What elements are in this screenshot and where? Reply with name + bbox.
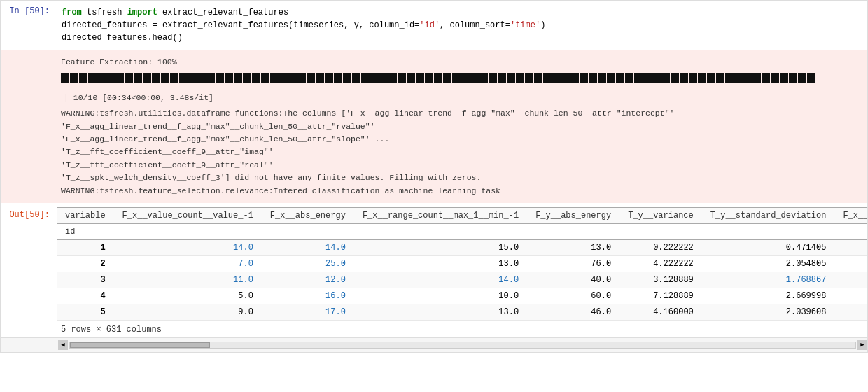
module-name: tsfresh [87, 8, 127, 18]
row-2-col3: 13.0 [354, 255, 527, 272]
row-5-col6: 2.039608 [702, 304, 835, 320]
var-assignment: directed_features = extract_relevant_fea… [62, 20, 419, 30]
row-1-col4: 13.0 [527, 239, 620, 255]
warning-line-4: 'T_z__fft_coefficient__coeff_9__attr_"im… [61, 146, 860, 158]
row-3-col1: 11.0 [114, 272, 262, 288]
row-1-id: 1 [57, 239, 114, 255]
row-4-id: 4 [57, 288, 114, 304]
row-2-col1: 7.0 [114, 255, 262, 272]
row-2-col5: 4.222222 [620, 255, 702, 272]
row-5-col3: 13.0 [354, 304, 527, 320]
string-time: 'time' [510, 20, 540, 30]
cell-output-label: Out[50]: [1, 203, 57, 225]
progress-bar [61, 73, 816, 87]
notebook-cell: In [50]: from tsfresh import extract_rel… [0, 0, 868, 353]
row-4-col3: 10.0 [354, 288, 527, 304]
warning-line-7: WARNING:tsfresh.feature_selection.releva… [61, 185, 860, 197]
col-fx-value-count: F_x__value_count__value_-1 [114, 207, 262, 223]
row-1-col7 [834, 239, 867, 255]
table-row: 1 14.0 14.0 15.0 13.0 0.222222 0.471405 [57, 239, 867, 255]
keyword-from: from [62, 8, 82, 18]
data-table: variable F_x__value_count__value_-1 F_x_… [57, 207, 867, 321]
code-line-3: directed_features.head() [62, 31, 863, 44]
row-3-col4: 40.0 [527, 272, 620, 288]
row-2-col4: 76.0 [527, 255, 620, 272]
cell-input-label: In [50]: [1, 1, 57, 50]
string-id: 'id' [419, 20, 440, 30]
row-5-col1: 9.0 [114, 304, 262, 320]
table-header-row: variable F_x__value_count__value_-1 F_x_… [57, 207, 867, 223]
row-4-col6: 2.669998 [702, 288, 835, 304]
cell-output: Out[50]: variable F_x__value_count__valu… [1, 203, 867, 337]
scroll-track[interactable] [69, 342, 856, 349]
warning-line-1: WARNING:tsfresh.utilities.dataframe_func… [61, 107, 860, 120]
col-ty-std-dev: T_y__standard_deviation [702, 207, 835, 223]
warning-line-3: 'F_x__agg_linear_trend__f_agg_"max"__chu… [61, 133, 860, 146]
code-line-2: directed_features = extract_relevant_fea… [62, 19, 863, 31]
row-1-col6: 0.471405 [702, 239, 835, 255]
progress-container: Feature Extraction: 100% | 10/10 [00:34<… [61, 56, 860, 104]
row-3-col3: 14.0 [354, 272, 527, 288]
table-row: 3 11.0 12.0 14.0 40.0 3.128889 1.768867 [57, 272, 867, 288]
progress-info: | 10/10 [00:34<00:00, 3.48s/it] [64, 92, 214, 104]
row-5-col2: 17.0 [262, 304, 354, 320]
scroll-thumb[interactable] [70, 342, 210, 348]
col-variable: variable [57, 207, 114, 223]
row-2-col2: 25.0 [262, 255, 354, 272]
function-name: extract_relevant_features [162, 8, 288, 18]
row-3-col7 [834, 272, 867, 288]
row-4-col5: 7.128889 [620, 288, 702, 304]
row-2-col7 [834, 255, 867, 272]
row-5-col4: 46.0 [527, 304, 620, 320]
col-fx-range-count: F_x__range_count__max_1__min_-1 [354, 207, 527, 223]
row-1-col3: 15.0 [354, 239, 527, 255]
cell-code[interactable]: from tsfresh import extract_relevant_fea… [57, 1, 867, 50]
table-row: 5 9.0 17.0 13.0 46.0 4.160000 2.039608 [57, 304, 867, 320]
rows-info: 5 rows × 631 columns [57, 321, 867, 337]
table-row: 2 7.0 25.0 13.0 76.0 4.222222 2.054805 [57, 255, 867, 272]
row-3-col6: 1.768867 [702, 272, 835, 288]
row-4-col7 [834, 288, 867, 304]
code-line-1: from tsfresh import extract_relevant_fea… [62, 6, 863, 19]
data-table-wrapper[interactable]: variable F_x__value_count__value_-1 F_x_… [57, 207, 867, 321]
warning-output: Feature Extraction: 100% | 10/10 [00:34<… [1, 50, 867, 203]
row-2-id: 2 [57, 255, 114, 272]
scroll-left-arrow[interactable]: ◀ [58, 340, 68, 350]
table-row: 4 5.0 16.0 10.0 60.0 7.128889 2.669998 [57, 288, 867, 304]
row-5-id: 5 [57, 304, 114, 320]
col-fx-fft: F_x__fft_ [834, 207, 867, 223]
keyword-import: import [127, 8, 158, 18]
row-5-col7 [834, 304, 867, 320]
row-4-col1: 5.0 [114, 288, 262, 304]
row-4-col2: 16.0 [262, 288, 354, 304]
row-1-col1: 14.0 [114, 239, 262, 255]
col-fy-abs-energy: F_y__abs_energy [527, 207, 620, 223]
horizontal-scrollbar[interactable]: ◀ ▶ [1, 337, 867, 352]
row-3-col2: 12.0 [262, 272, 354, 288]
row-3-id: 3 [57, 272, 114, 288]
col-ty-variance: T_y__variance [620, 207, 702, 223]
row-1-col5: 0.222222 [620, 239, 702, 255]
row-4-col4: 60.0 [527, 288, 620, 304]
warning-line-6: 'T_z__spkt_welch_density__coeff_3'] did … [61, 172, 860, 184]
warning-line-2: 'F_x__agg_linear_trend__f_agg_"max"__chu… [61, 120, 860, 133]
progress-label: Feature Extraction: 100% [61, 56, 177, 69]
scroll-right-arrow[interactable]: ▶ [858, 340, 867, 350]
row-3-col5: 3.128889 [620, 272, 702, 288]
col-fx-abs-energy: F_x__abs_energy [262, 207, 354, 223]
cell-input: In [50]: from tsfresh import extract_rel… [1, 1, 867, 50]
output-content: variable F_x__value_count__value_-1 F_x_… [57, 203, 867, 337]
subheader-id: id [57, 223, 114, 239]
row-5-col5: 4.160000 [620, 304, 702, 320]
warning-line-5: 'T_z__fft_coefficient__coeff_9__attr_"re… [61, 159, 860, 172]
comma-sep: , column_sort= [440, 20, 510, 30]
table-subheader-row: id [57, 223, 867, 239]
row-1-col2: 14.0 [262, 239, 354, 255]
method-call: directed_features.head() [62, 33, 183, 43]
row-2-col6: 2.054805 [702, 255, 835, 272]
